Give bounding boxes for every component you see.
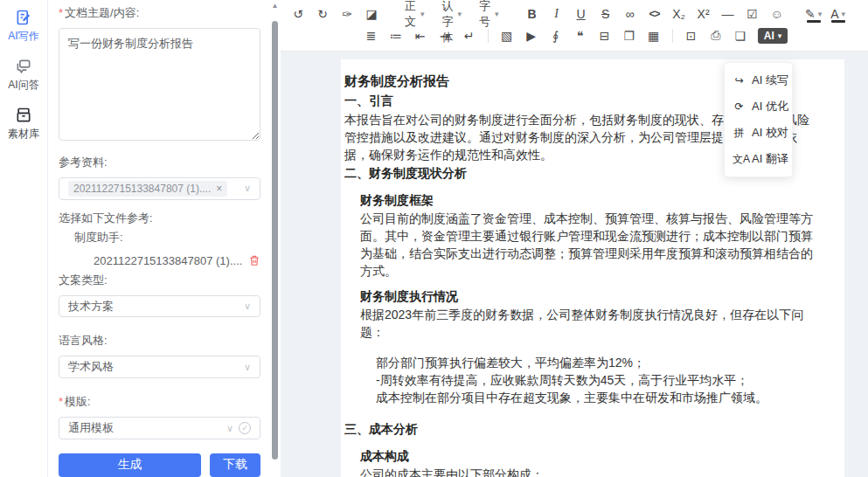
scrollbar-thumb[interactable] — [272, 21, 278, 460]
reference-label: 参考资料: — [59, 155, 260, 170]
align-button[interactable]: ≡▾ — [865, 3, 868, 24]
delete-file-icon[interactable] — [248, 254, 260, 266]
link-icon: ∞ — [626, 7, 635, 21]
print-button[interactable]: ⎙ — [705, 25, 726, 46]
ai-menu-button[interactable]: AI▾ — [758, 28, 788, 44]
doc-block-p[interactable]: 公司的成本主要由以下部分构成： — [360, 466, 820, 477]
doc-block-p[interactable]: 根据2023年前三季度的财务数据，公司整体财务制度执行情况良好，但存在以下问题： — [360, 306, 820, 341]
highlight-color-button[interactable]: ✎▾ — [803, 3, 824, 24]
ai-continue-writing-icon: ↪ — [733, 74, 746, 86]
strikethrough-icon: S — [601, 7, 609, 21]
sidebar-item-material-library[interactable]: 素材库 — [0, 107, 47, 142]
horizontal-rule-button[interactable]: — — [718, 3, 739, 24]
bold-button[interactable]: B — [522, 3, 543, 24]
ai-proofread-icon: 拼 — [733, 126, 746, 141]
template-label: *模版: — [59, 394, 260, 410]
text-wrap-icon: ↵ — [464, 29, 475, 43]
underline-button[interactable]: U — [571, 3, 592, 24]
sidebar-item-ai-writing[interactable]: AI写作 — [0, 9, 47, 44]
table-button[interactable]: ▦ — [643, 25, 664, 46]
material-library-icon — [15, 107, 32, 124]
italic-button[interactable]: I — [546, 3, 567, 24]
toolbar-row-2: ≣≔⇤⇥↵▧▶∮❝⊟❐▦⊡⎙❏AI▾ — [286, 24, 863, 46]
indent-button[interactable]: ⇥ — [434, 25, 455, 46]
file-row: 2021122715133847807 (1).... — [94, 254, 260, 267]
caret-down-icon: ▾ — [818, 10, 823, 18]
doc-type-label: 文案类型: — [59, 273, 260, 288]
image-button[interactable]: ▧ — [496, 25, 517, 46]
doc-block-h3[interactable]: 成本构成 — [360, 447, 820, 466]
generate-button[interactable]: 生成 — [59, 453, 201, 477]
bullet-list-button[interactable]: ≣ — [361, 25, 382, 46]
outdent-button[interactable]: ⇤ — [410, 25, 431, 46]
text-wrap-button[interactable]: ↵ — [459, 25, 480, 46]
font-color-button[interactable]: A▾ — [828, 3, 849, 24]
chevron-down-icon: ∨ — [244, 301, 251, 312]
format-painter-button[interactable]: ✑ — [337, 3, 358, 24]
video-button[interactable]: ▶ — [521, 25, 542, 46]
doc-block-p[interactable]: 部分部门预算执行偏差较大，平均偏差率为12%； — [376, 354, 820, 371]
template-check-icon: ✓ — [239, 422, 251, 434]
clear-format-button[interactable]: ◪ — [361, 3, 382, 24]
file-hint-label: 选择如下文件参考: — [59, 211, 260, 226]
fullscreen-button[interactable]: ❏ — [730, 25, 751, 46]
attachment-button[interactable]: ∮ — [545, 25, 566, 46]
subscript-button[interactable]: X₂ — [669, 3, 690, 24]
doc-type-select[interactable]: 技术方案 ∨ — [59, 295, 260, 318]
doc-block-h3[interactable]: 财务制度执行情况 — [360, 287, 820, 306]
ai-dropdown-menu: ↪AI 续写⟳AI 优化拼AI 校对文AAI 翻译 — [724, 62, 793, 177]
reference-file-tag[interactable]: 2021122715133847807 (1).... × — [68, 181, 227, 197]
panel-scrollbar[interactable]: ▲ — [269, 0, 281, 477]
ordered-list-button[interactable]: ≔ — [385, 25, 406, 46]
toolbar-separator — [672, 29, 673, 43]
chevron-down-icon: ∨ — [244, 362, 251, 373]
download-button[interactable]: 下载 — [210, 453, 260, 477]
doc-block-p[interactable]: 成本控制在部分项目中存在超支现象，主要集中在研发和市场推广领域。 — [376, 389, 820, 406]
menu-item-label: AI 翻译 — [752, 151, 788, 167]
divider-block-button[interactable]: ⊟ — [594, 25, 615, 46]
emoji-button[interactable]: ☺ — [767, 3, 788, 24]
toolbar-row-1: ↺↻✑◪正文▾默认字体▾字号▾BIUS∞<>X₂X²—☑☺✎▾A▾≡▾ — [286, 3, 863, 24]
strikethrough-button[interactable]: S — [595, 3, 616, 24]
video-icon: ▶ — [526, 29, 536, 43]
menu-item-ai-translate[interactable]: 文AAI 翻译 — [725, 146, 792, 172]
superscript-button[interactable]: X² — [693, 3, 714, 24]
clear-format-icon: ◪ — [365, 7, 377, 21]
font-size-select[interactable]: 字号▾ — [472, 3, 506, 24]
lang-style-select[interactable]: 学术风格 ∨ — [59, 356, 260, 378]
doc-block-h3[interactable]: 财务制度框架 — [360, 191, 820, 210]
topic-input[interactable] — [59, 28, 260, 141]
remove-tag-icon[interactable]: × — [216, 183, 222, 195]
menu-item-ai-optimize[interactable]: ⟳AI 优化 — [725, 93, 792, 120]
color-bar — [807, 20, 821, 23]
menu-item-ai-continue-writing[interactable]: ↪AI 续写 — [725, 67, 792, 93]
doc-block-p[interactable]: 公司目前的制度涵盖了资金管理、成本控制、预算管理、核算与报告、风险管理等方面。其… — [360, 210, 820, 280]
template-select[interactable]: 通用模板 ∨ ✓ — [59, 417, 260, 439]
emoji-icon: ☺ — [770, 7, 782, 21]
print-icon: ⎙ — [711, 28, 720, 43]
redo-button[interactable]: ↻ — [312, 3, 333, 24]
reference-select[interactable]: 2021122715133847807 (1).... × ∨ — [59, 177, 260, 200]
page-break-icon: ❐ — [623, 29, 635, 43]
code-button[interactable]: <> — [644, 3, 665, 24]
font-color-icon: A — [830, 7, 838, 21]
doc-block-p[interactable]: -周转效率有待提高，应收账款周转天数为45天，高于行业平均水平； — [376, 371, 820, 389]
italic-icon: I — [554, 7, 559, 21]
link-button[interactable]: ∞ — [620, 3, 641, 24]
page-break-button[interactable]: ❐ — [619, 25, 640, 46]
chevron-down-icon: ∨ — [244, 183, 251, 194]
blockquote-button[interactable]: ❝ — [570, 25, 591, 46]
highlight-color-icon: ✎ — [805, 7, 816, 21]
undo-button[interactable]: ↺ — [288, 3, 309, 24]
task-list-button[interactable]: ☑ — [742, 3, 763, 24]
sidebar-item-ai-qa[interactable]: AI问答 — [0, 58, 47, 93]
doc-block-h2[interactable]: 三、成本分析 — [344, 419, 820, 439]
scroll-up-icon[interactable]: ▲ — [269, 2, 281, 10]
font-family-select[interactable]: 默认字体▾ — [435, 3, 469, 24]
menu-item-ai-proofread[interactable]: 拼AI 校对 — [725, 120, 792, 146]
panel-view-button[interactable]: ⊡ — [681, 25, 702, 46]
page-gutter — [281, 52, 341, 477]
sidebar: AI写作AI问答素材库 — [0, 0, 48, 477]
paragraph-style-select[interactable]: 正文▾ — [398, 3, 432, 24]
attachment-icon: ∮ — [552, 29, 559, 43]
